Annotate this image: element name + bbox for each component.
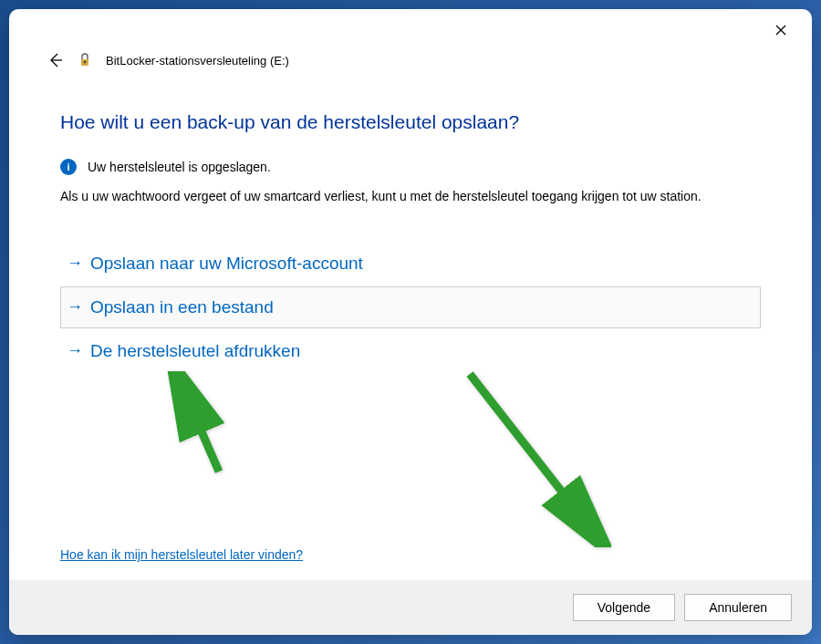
close-button[interactable]: [761, 16, 801, 44]
option-label: Opslaan naar uw Microsoft-account: [90, 254, 363, 274]
option-label: Opslaan in een bestand: [90, 297, 274, 317]
description-text: Als u uw wachtwoord vergeet of uw smartc…: [60, 188, 761, 206]
back-button[interactable]: [46, 51, 64, 69]
close-icon: [775, 25, 786, 36]
app-title: BitLocker-stationsversleuteling (E:): [106, 54, 289, 68]
backup-options-list: → Opslaan naar uw Microsoft-account → Op…: [60, 243, 761, 374]
bitlocker-icon: [77, 52, 93, 68]
arrow-right-icon: →: [67, 297, 83, 317]
option-save-to-file[interactable]: → Opslaan in een bestand: [60, 286, 761, 328]
annotation-arrow-up: [164, 371, 237, 484]
option-label: De herstelsleutel afdrukken: [90, 341, 300, 361]
help-link[interactable]: Hoe kan ik mijn herstelsleutel later vin…: [60, 547, 303, 562]
svg-line-8: [470, 374, 591, 529]
annotation-arrow-down: [456, 365, 611, 551]
arrow-right-icon: →: [67, 254, 83, 273]
info-text: Uw herstelsleutel is opgeslagen.: [88, 160, 271, 174]
info-message: i Uw herstelsleutel is opgeslagen.: [60, 159, 761, 175]
dialog-header: BitLocker-stationsversleuteling (E:): [9, 46, 812, 75]
arrow-right-icon: →: [67, 341, 83, 360]
dialog-footer: Volgende Annuleren: [9, 580, 812, 635]
page-heading: Hoe wilt u een back-up van de herstelsle…: [60, 111, 761, 133]
svg-point-4: [84, 61, 86, 63]
option-print[interactable]: → De herstelsleutel afdrukken: [60, 330, 761, 372]
cancel-button[interactable]: Annuleren: [684, 594, 792, 621]
next-button[interactable]: Volgende: [573, 594, 675, 621]
svg-line-6: [182, 388, 219, 472]
bitlocker-dialog: BitLocker-stationsversleuteling (E:) Hoe…: [9, 9, 812, 635]
back-arrow-icon: [47, 52, 63, 68]
dialog-content: Hoe wilt u een back-up van de herstelsle…: [9, 75, 812, 580]
info-icon: i: [60, 159, 77, 175]
option-microsoft-account[interactable]: → Opslaan naar uw Microsoft-account: [60, 243, 761, 285]
titlebar: [9, 9, 812, 46]
